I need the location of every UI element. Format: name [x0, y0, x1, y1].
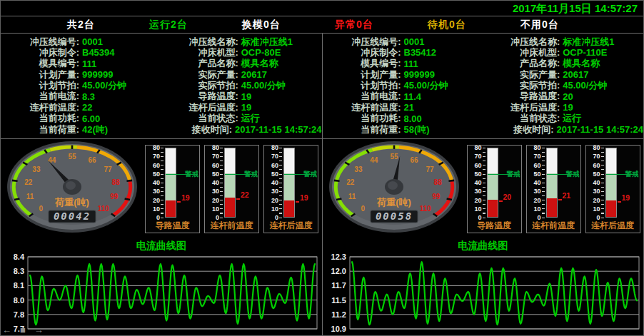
meters-row: 0112233445566778899110荷重(吨)00058 8070605… — [323, 139, 644, 238]
info-label: 当前荷重: — [4, 123, 79, 136]
info-row: 导路温度: 20 — [484, 91, 643, 102]
info-value: 19 — [241, 102, 251, 113]
mercury-fill — [225, 198, 235, 217]
info-value: 0001 — [82, 36, 103, 47]
scale-tick-label: 30 — [146, 188, 160, 195]
info-value: 19 — [563, 102, 573, 113]
gauge-tick — [446, 198, 451, 200]
chart-nav-icon[interactable]: → — [34, 325, 44, 335]
gauge-tick-label: 22 — [346, 178, 355, 186]
info-value: 45.00/分钟 — [404, 79, 448, 92]
gauge-tick-label: 55 — [68, 153, 76, 161]
gauge-hub-highlight — [66, 181, 76, 190]
normal-zone-fill — [284, 173, 294, 200]
info-value: 2017-11-15 14:57:24 — [235, 124, 321, 135]
thermometer: 80706050403020100警戒21连杆前温度 — [526, 145, 581, 233]
scale-tick-label: 60 — [527, 162, 541, 169]
scale-tick-label: 80 — [468, 144, 482, 151]
scale-tick-label: 20 — [264, 197, 278, 204]
chart-nav: ← ■ → — [2, 325, 44, 335]
info-row: 冲压线编号: 0001 — [326, 36, 485, 47]
info-value: 999999 — [82, 69, 113, 80]
gauge-tick-label: 110 — [419, 205, 431, 213]
scale-tick-label: 50 — [586, 170, 600, 178]
scale-tick-label: 40 — [146, 179, 160, 186]
thermometer-row: 80706050403020100警戒19导路温度807060504030201… — [141, 140, 321, 238]
status-count[interactable]: 共2台 — [67, 19, 95, 31]
current-value-label: 20 — [503, 193, 512, 201]
scale-tick-label: 60 — [146, 162, 160, 169]
plot-frame — [28, 257, 317, 329]
scale-tick-label: 50 — [527, 170, 541, 178]
info-value: 2017-11-15 14:57:24 — [557, 124, 643, 135]
y-axis-tick-label: 8.4 — [14, 253, 25, 261]
current-value-label: 22 — [241, 190, 249, 199]
info-row: 实际节拍: 45.00/分钟 — [163, 81, 322, 91]
scale-tick-label: 20 — [527, 197, 541, 204]
scale-tick-label: 20 — [146, 197, 160, 204]
scale-tick-label: 10 — [205, 205, 219, 213]
load-gauge: 0112233445566778899110荷重(吨)00042 — [4, 140, 141, 238]
scale-tick-label: 50 — [468, 170, 482, 178]
y-axis-tick-label: 11.7 — [331, 281, 346, 290]
scale-tick-label: 40 — [527, 179, 541, 186]
gauge-tick-label: 88 — [112, 178, 121, 186]
info-value: 8.3 — [82, 91, 95, 102]
gauge-tick-label: 33 — [32, 166, 41, 173]
machine-panels: 冲压线编号: 0001 冲床制令: B45394 模具编号: 111 — [1, 34, 643, 335]
normal-zone-fill — [225, 173, 235, 198]
warning-label: 警戒 — [507, 170, 520, 179]
info-value: 标准冲压线1 — [563, 36, 614, 49]
status-count[interactable]: 换模0台 — [242, 19, 281, 31]
info-row: 导路温度: 19 — [163, 91, 322, 102]
info-row: 实际产量: 20617 — [484, 69, 643, 80]
y-axis-tick-label: 11.5 — [331, 296, 346, 305]
info-value: 运行 — [563, 112, 581, 125]
thermometer: 80706050403020100警戒19连杆后温度 — [585, 145, 640, 233]
scale-tick-label: 60 — [586, 162, 600, 169]
thermometer-name: 连杆前温度 — [205, 220, 258, 232]
info-row: 当前功耗: 8.00 — [326, 113, 485, 124]
scale-tick-label: 80 — [527, 144, 541, 151]
mercury-fill — [166, 200, 176, 217]
y-axis-tick-label: 10.9 — [331, 325, 346, 333]
gauge-hub-highlight — [388, 181, 398, 190]
status-count[interactable]: 异常0台 — [335, 19, 373, 31]
info-value: 45.00/分钟 — [563, 79, 607, 92]
gauge-tick-label: 77 — [426, 166, 434, 173]
info-column-right: 冲压线名称: 标准冲压线1 冲床机型: OCP-110E 产品名称: 模具名称 — [484, 36, 643, 138]
thermometer-body: 80706050403020100警戒19 — [586, 146, 640, 220]
info-row: 接收时间: 2017-11-15 14:57:24 — [163, 124, 322, 135]
gauge-tick-label: 66 — [410, 156, 418, 164]
gauge-unit-label: 荷重(吨) — [54, 197, 89, 208]
gauge-tick-label: 99 — [432, 193, 441, 200]
info-row: 当前状态: 运行 — [163, 113, 322, 124]
chart-nav-icon[interactable]: ■ — [20, 325, 26, 335]
value-tick — [296, 201, 299, 203]
status-count[interactable]: 不用0台 — [520, 19, 559, 31]
info-value: OCP-110E — [563, 47, 607, 58]
warning-label: 警戒 — [244, 170, 258, 179]
thermometer-row: 80706050403020100警戒20导路温度807060504030201… — [463, 140, 643, 238]
y-axis-tick-label: 11.2 — [331, 310, 346, 319]
info-row: 连杆后温度: 19 — [484, 102, 643, 113]
scale-tick-label: 30 — [527, 188, 541, 195]
gauge-tick-label: 22 — [24, 178, 33, 186]
normal-zone-fill — [547, 173, 557, 199]
gauge-tick-label: 55 — [390, 153, 398, 161]
current-curve — [30, 264, 315, 325]
scale-tick-label: 10 — [468, 205, 482, 213]
scale-tick-label: 30 — [468, 188, 482, 195]
value-tick — [558, 199, 562, 200]
current-value-label: 19 — [622, 193, 630, 202]
gauge-tick — [333, 180, 339, 181]
status-count[interactable]: 运行2台 — [149, 19, 188, 31]
info-row: 冲床机型: OCP-110E — [484, 47, 643, 58]
info-value: 标准冲压线1 — [241, 36, 293, 49]
scale-tick-label: 10 — [527, 205, 541, 213]
current-value-label: 19 — [181, 193, 190, 202]
gauge-tick — [12, 180, 18, 181]
info-value: 45.00/分钟 — [241, 79, 286, 92]
status-count[interactable]: 待机0台 — [428, 19, 466, 31]
chart-nav-icon[interactable]: ← — [2, 325, 11, 335]
